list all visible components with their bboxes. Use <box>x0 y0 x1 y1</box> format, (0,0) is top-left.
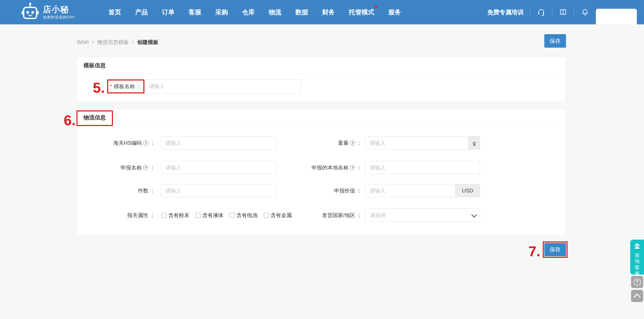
weight-input[interactable] <box>366 136 469 150</box>
declared-value-currency-addon: USD <box>455 184 480 197</box>
nav-item-managed-mode-label: 托管模式 <box>349 8 374 16</box>
breadcrumb-separator: > <box>131 39 135 45</box>
account-area-mask <box>596 9 637 24</box>
contains-powder-checkbox[interactable] <box>161 213 166 218</box>
help-icon[interactable]: ? <box>350 165 355 170</box>
nav-item-home[interactable]: 首页 <box>108 8 121 16</box>
help-icon[interactable]: ? <box>143 165 148 170</box>
breadcrumb-current-page: 创建模板 <box>137 39 158 46</box>
weight-label: 重量 ? ： <box>338 140 362 147</box>
logistics-info-card: 物流信息 6. 海关HS编码 ? ： 重量 ? ： g 申报名称 ? ： <box>77 109 566 236</box>
weight-unit-addon: g <box>469 136 480 150</box>
annotation-step5: 5. <box>93 80 105 95</box>
help-float-button[interactable]: ? <box>631 276 643 288</box>
manual-book-icon[interactable] <box>559 8 568 17</box>
declared-name-label: 申报名称 ? ： <box>121 164 155 171</box>
annotation-box-logistics-title <box>76 110 113 126</box>
annotation-step6: 6. <box>64 113 76 127</box>
nav-item-managed-mode[interactable]: 托管模式 <box>349 8 374 16</box>
breadcrumb-separator: > <box>91 39 94 45</box>
annotation-step7: 7. <box>528 244 540 258</box>
template-info-card: 模板信息 5. *模板名称： <box>77 57 566 102</box>
headset-icon[interactable] <box>537 8 546 17</box>
declared-local-name-label: 申报的本地名称 ? ： <box>312 164 362 171</box>
app-logo[interactable]: 店小秘 免费跨境电商ERP <box>21 2 75 22</box>
declared-local-name-input[interactable] <box>366 161 480 174</box>
template-info-title: 模板信息 <box>84 62 106 69</box>
main-menu: 首页 产品 订单 客服 采购 仓库 物流 数据 财务 托管模式 服务 <box>108 0 401 24</box>
customer-service-icon <box>633 242 641 251</box>
divider <box>530 9 530 16</box>
new-badge-dot <box>375 6 377 8</box>
chevron-up-icon <box>633 293 641 301</box>
chevron-down-icon <box>471 212 477 217</box>
ship-country-label: 发货国家/地区 ： <box>322 212 362 219</box>
declared-value-input[interactable] <box>366 184 455 197</box>
template-name-input[interactable] <box>145 79 301 93</box>
robot-logo-icon <box>21 2 40 22</box>
checkbox-contains-battery[interactable]: 含有电池 <box>230 212 258 219</box>
top-navbar: 店小秘 免费跨境电商ERP 首页 产品 订单 客服 采购 仓库 物流 数据 财务… <box>0 0 644 24</box>
template-info-header: 模板信息 <box>77 57 565 74</box>
save-button-bottom[interactable]: 保存 <box>544 243 566 256</box>
ship-country-placeholder: 请选择 <box>370 212 386 219</box>
hs-code-label: 海关HS编码 ? ： <box>113 140 155 147</box>
contains-battery-checkbox[interactable] <box>230 213 235 218</box>
nav-item-customer-service[interactable]: 客服 <box>189 8 201 16</box>
nav-item-services[interactable]: 服务 <box>388 8 401 16</box>
question-circle-icon: ? <box>634 278 641 286</box>
navbar-right-area: 免费专属培训 <box>487 0 644 24</box>
checkbox-contains-powder[interactable]: 含有粉末 <box>161 212 189 219</box>
pieces-label: 件数 ： <box>138 187 155 194</box>
nav-item-orders[interactable]: 订单 <box>162 8 175 16</box>
template-name-label: *模板名称： <box>110 83 142 90</box>
checkbox-contains-liquid[interactable]: 含有液体 <box>195 212 223 219</box>
declared-value-label: 申报价值 ： <box>334 187 362 194</box>
required-asterisk: * <box>110 83 112 89</box>
customer-service-float-button[interactable]: 咨询客服 <box>630 240 644 275</box>
nav-item-data[interactable]: 数据 <box>295 8 308 16</box>
logo-subtitle: 免费跨境电商ERP <box>43 15 75 20</box>
breadcrumb-template-list[interactable]: 物流信息模板 <box>97 39 129 46</box>
nav-item-purchasing[interactable]: 采购 <box>215 8 228 16</box>
contains-liquid-checkbox[interactable] <box>195 213 200 218</box>
customs-attrs-label: 报关属性 ： <box>127 212 155 219</box>
annotation-box-template-name: *模板名称： <box>107 79 144 93</box>
nav-item-finance[interactable]: 财务 <box>322 8 335 16</box>
breadcrumb-platform[interactable]: Wish <box>77 39 89 45</box>
save-button-top[interactable]: 保存 <box>544 34 566 48</box>
divider <box>552 9 552 16</box>
nav-item-products[interactable]: 产品 <box>135 8 148 16</box>
nav-item-logistics[interactable]: 物流 <box>269 8 281 16</box>
breadcrumb: Wish > 物流信息模板 > 创建模板 <box>77 39 158 46</box>
training-link[interactable]: 免费专属培训 <box>487 8 524 16</box>
logo-title: 店小秘 <box>43 5 75 14</box>
divider <box>574 9 574 16</box>
logistics-info-header: 物流信息 <box>77 109 565 126</box>
help-icon[interactable]: ? <box>143 140 148 146</box>
customer-service-label: 咨询客服 <box>634 252 640 277</box>
nav-item-warehouse[interactable]: 仓库 <box>242 8 255 16</box>
notification-bell-icon[interactable] <box>581 8 590 17</box>
back-to-top-button[interactable] <box>631 290 643 302</box>
help-icon[interactable]: ? <box>350 140 355 146</box>
annotation-box-save: 保存 <box>543 241 568 258</box>
ship-country-select[interactable]: 请选择 <box>366 208 480 222</box>
